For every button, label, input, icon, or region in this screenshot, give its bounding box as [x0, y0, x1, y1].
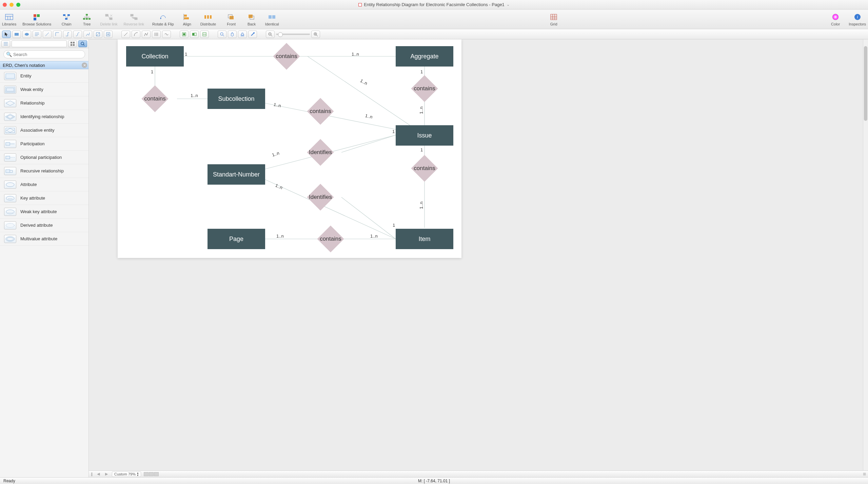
library-header[interactable]: ERD, Chen's notation ✕	[0, 61, 88, 69]
lib-item-identifying-relationship[interactable]: Identifying relationship	[0, 110, 88, 124]
entity-collection[interactable]: Collection	[126, 46, 184, 67]
eyedropper-tool[interactable]	[248, 31, 257, 38]
lib-item-associative-entity[interactable]: Associative entity	[0, 124, 88, 137]
lib-item-derived-attribute[interactable]: Derived attribute	[0, 219, 88, 232]
card-label: 1	[393, 223, 395, 228]
lib-item-weak-entity[interactable]: Weak entity	[0, 83, 88, 96]
rel-contains-issue-item[interactable]: contains	[415, 159, 434, 178]
pan-tool[interactable]	[228, 31, 237, 38]
svg-rect-37	[269, 15, 272, 19]
ellipse-tool[interactable]	[22, 31, 31, 38]
canvas-scroll[interactable]: Collection Aggregate Subcollection Issue…	[89, 39, 868, 470]
back-button[interactable]: Back	[244, 13, 259, 26]
rel-contains-coll-agg[interactable]: contains	[277, 47, 296, 66]
color-button[interactable]: Color	[828, 13, 843, 26]
svg-rect-7	[63, 14, 65, 16]
rel-identifies-stdno-item[interactable]: Identifies	[311, 188, 330, 207]
group-tool-1[interactable]	[180, 31, 189, 38]
prev-page-button[interactable]: ◀	[96, 472, 101, 476]
rel-identifies-stdno-issue[interactable]: Identifies	[311, 143, 330, 162]
distribute-button[interactable]: Distribute	[200, 13, 216, 26]
entity-aggregate[interactable]: Aggregate	[396, 46, 453, 67]
connector-tool-6[interactable]	[94, 31, 102, 38]
view-mode-segment[interactable]	[144, 472, 159, 476]
svg-point-50	[25, 33, 29, 36]
svg-rect-66	[192, 33, 194, 36]
lib-item-participation[interactable]: Participation	[0, 137, 88, 151]
rel-contains-coll-subcoll[interactable]: contains	[145, 89, 164, 108]
lib-item-attribute[interactable]: Attribute	[0, 178, 88, 191]
lib-item-label: Weak key attribute	[20, 209, 57, 214]
align-button[interactable]: Align	[180, 13, 194, 26]
zoom-out-button[interactable]	[266, 31, 275, 38]
rotate-flip-label: Rotate & Flip	[152, 22, 174, 26]
close-library-icon[interactable]: ✕	[82, 62, 87, 68]
lib-item-entity[interactable]: Entity	[0, 69, 88, 83]
line-tool-3[interactable]	[142, 31, 151, 38]
group-tool-2[interactable]	[190, 31, 199, 38]
zoom-combo[interactable]: Custom 79% ▴▾	[112, 471, 141, 477]
card-label: 1	[420, 69, 423, 74]
title-dropdown-icon[interactable]: ⌄	[507, 2, 510, 7]
connector-tool-3[interactable]	[63, 31, 72, 38]
rel-contains-page-item[interactable]: contains	[321, 229, 340, 248]
entity-page[interactable]: Page	[208, 229, 265, 249]
lib-item-key-attribute[interactable]: Key attribute	[0, 191, 88, 205]
connector-tool-2[interactable]	[53, 31, 62, 38]
lib-item-weak-key-attribute[interactable]: Weak key attribute	[0, 205, 88, 219]
tree-button[interactable]: Tree	[80, 13, 94, 26]
lib-item-multivalue-attribute[interactable]: Multivalue attribute	[0, 232, 88, 246]
svg-rect-85	[71, 42, 72, 43]
front-button[interactable]: Front	[224, 13, 238, 26]
drawing-page[interactable]: Collection Aggregate Subcollection Issue…	[118, 39, 461, 258]
zoom-stepper-icon[interactable]: ▴▾	[137, 472, 139, 477]
search-input[interactable]	[3, 50, 85, 58]
rel-contains-subcoll-issue[interactable]: contains	[311, 102, 330, 121]
sidebar-mode-1[interactable]	[1, 40, 10, 47]
insert-tool[interactable]	[104, 31, 113, 38]
text-tool[interactable]	[33, 31, 41, 38]
lib-item-recursive-relationship[interactable]: Recursive relationship	[0, 164, 88, 178]
connector-tool-5[interactable]	[83, 31, 92, 38]
rel-contains-agg-issue[interactable]: contains	[415, 79, 434, 98]
inspectors-button[interactable]: i Inspectors	[849, 13, 866, 26]
next-page-button[interactable]: ▶	[104, 472, 109, 476]
browse-solutions-button[interactable]: Browse Solutions	[22, 13, 51, 26]
entity-item[interactable]: Item	[396, 229, 453, 249]
zoom-in-button[interactable]	[311, 31, 320, 38]
entity-issue[interactable]: Issue	[396, 125, 453, 146]
svg-rect-24	[131, 14, 133, 16]
chain-button[interactable]: Chain	[59, 13, 74, 26]
connector-tool-1[interactable]	[43, 31, 52, 38]
pointer-tool[interactable]	[2, 31, 11, 38]
svg-rect-65	[183, 33, 185, 35]
status-ready: Ready	[3, 479, 44, 483]
sidebar-mini-search[interactable]	[12, 40, 67, 47]
line-tool-2[interactable]	[132, 31, 140, 38]
svg-rect-38	[272, 15, 275, 19]
lib-item-optional-participation[interactable]: Optional participation	[0, 151, 88, 164]
identical-button[interactable]: Identical	[265, 13, 279, 26]
lib-item-relationship[interactable]: Relationship	[0, 96, 88, 110]
svg-line-11	[67, 16, 68, 18]
lib-item-label: Optional participation	[20, 155, 62, 160]
search-icon: 🔍	[6, 52, 12, 57]
line-tool-4[interactable]	[152, 31, 161, 38]
line-tool-1[interactable]	[121, 31, 130, 38]
connector-tool-4[interactable]	[73, 31, 82, 38]
zoom-slider[interactable]	[276, 34, 310, 35]
rotate-flip-button[interactable]: Rotate & Flip	[152, 13, 174, 26]
entity-subcollection[interactable]: Subcollection	[208, 89, 265, 109]
rect-tool[interactable]	[12, 31, 21, 38]
libraries-button[interactable]: Libraries	[2, 13, 16, 26]
grid-button[interactable]: Grid	[547, 13, 561, 26]
entity-standart-number[interactable]: Standart-Number	[208, 164, 265, 185]
sidebar-search-mode[interactable]	[78, 40, 87, 47]
vertical-scrollbar[interactable]	[863, 39, 868, 470]
line-tool-5[interactable]	[162, 31, 171, 38]
stamp-tool[interactable]	[238, 31, 247, 38]
sidebar-grid-mode[interactable]	[68, 40, 77, 47]
zoom-tool[interactable]	[218, 31, 226, 38]
resize-grip-icon[interactable]: ⊞	[863, 472, 866, 476]
group-tool-3[interactable]	[200, 31, 209, 38]
